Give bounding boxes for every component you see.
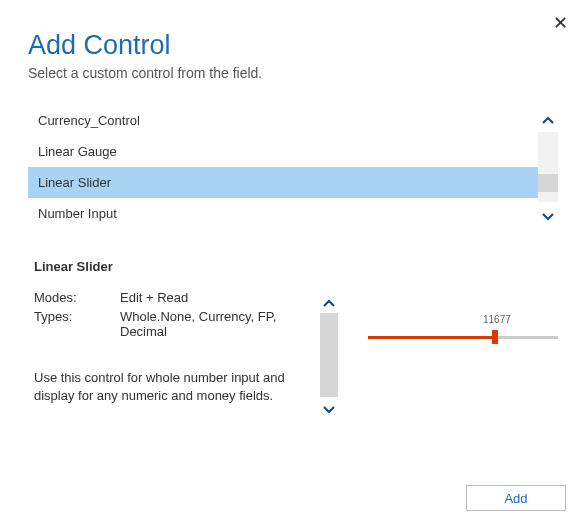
close-icon[interactable]: ✕ <box>553 14 568 32</box>
list-item[interactable]: Number Input <box>28 198 538 229</box>
slider-fill <box>368 336 496 339</box>
slider-track[interactable] <box>368 336 558 339</box>
dialog-footer: Add <box>466 485 566 511</box>
add-button[interactable]: Add <box>466 485 566 511</box>
meta-row-types: Types: Whole.None, Currency, FP, Decimal <box>34 309 320 339</box>
scroll-thumb[interactable] <box>538 174 558 192</box>
detail-meta: Modes: Edit + Read Types: Whole.None, Cu… <box>34 290 320 420</box>
detail-heading: Linear Slider <box>28 259 558 274</box>
list-item[interactable]: Currency_Control <box>28 105 538 136</box>
dialog-body: Add Control Select a custom control from… <box>0 0 586 420</box>
meta-value: Whole.None, Currency, FP, Decimal <box>120 309 320 339</box>
detail-description: Use this control for whole number input … <box>34 369 320 404</box>
chevron-up-icon[interactable] <box>320 290 338 313</box>
chevron-down-icon[interactable] <box>538 202 558 229</box>
detail-left: Modes: Edit + Read Types: Whole.None, Cu… <box>34 290 338 420</box>
linear-slider-preview[interactable]: 11677 <box>368 330 558 333</box>
slider-thumb[interactable] <box>492 330 498 344</box>
dialog-title: Add Control <box>28 30 558 61</box>
slider-value-label: 11677 <box>483 314 511 325</box>
scroll-track[interactable] <box>538 132 558 202</box>
meta-value: Edit + Read <box>120 290 320 305</box>
detail-scrollbar <box>320 290 338 420</box>
control-list: Currency_Control Linear Gauge Linear Sli… <box>28 105 538 229</box>
control-preview: 11677 <box>338 290 558 420</box>
meta-row-modes: Modes: Edit + Read <box>34 290 320 305</box>
control-list-wrap: Currency_Control Linear Gauge Linear Sli… <box>28 105 558 229</box>
list-item[interactable]: Linear Slider <box>28 167 538 198</box>
chevron-up-icon[interactable] <box>538 105 558 132</box>
detail-panel: Modes: Edit + Read Types: Whole.None, Cu… <box>28 290 558 420</box>
meta-label: Types: <box>34 309 120 339</box>
list-scrollbar <box>538 105 558 229</box>
chevron-down-icon[interactable] <box>320 397 338 420</box>
scroll-track[interactable] <box>320 313 338 397</box>
dialog-subtitle: Select a custom control from the field. <box>28 65 558 81</box>
list-item[interactable]: Linear Gauge <box>28 136 538 167</box>
meta-label: Modes: <box>34 290 120 305</box>
